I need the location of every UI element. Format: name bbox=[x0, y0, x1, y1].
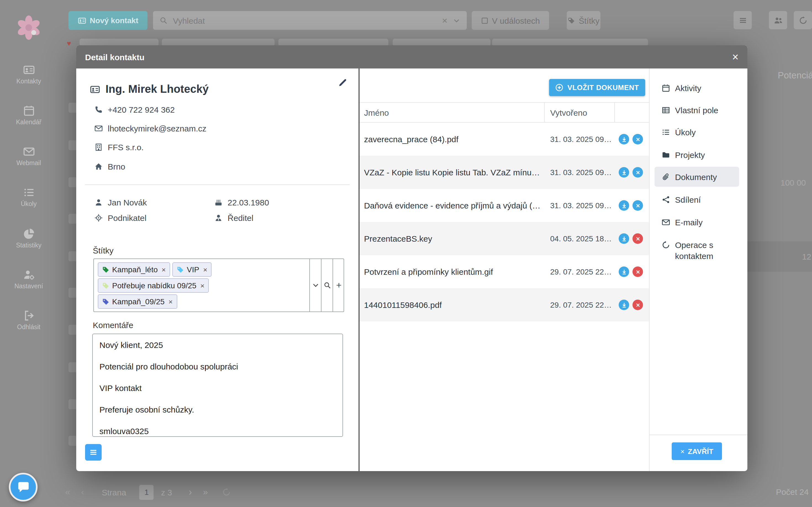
panel-menu-button[interactable] bbox=[85, 444, 102, 461]
comment-line: Nový klient, 2025 bbox=[99, 334, 336, 356]
document-row[interactable]: PrezentaceBS.key 04. 05. 2025 18:... bbox=[360, 222, 649, 255]
tab-aktivity[interactable]: Aktivity bbox=[662, 83, 745, 94]
refresh-button[interactable] bbox=[794, 11, 812, 29]
document-row[interactable]: Daňová evidence - evidence příjmů a výda… bbox=[360, 189, 649, 222]
comments-textarea[interactable]: Nový klient, 2025 Potenciál pro dlouhodo… bbox=[92, 334, 343, 437]
insert-document-button[interactable]: VLOŽIT DOKUMENT bbox=[549, 79, 645, 96]
delete-document-button[interactable] bbox=[633, 300, 643, 310]
close-icon[interactable]: × bbox=[732, 51, 739, 62]
in-events-toggle[interactable]: V událostech bbox=[472, 11, 549, 30]
new-contact-button[interactable]: Nový kontakt bbox=[68, 11, 148, 30]
document-name: Daňová evidence - evidence příjmů a výda… bbox=[364, 201, 542, 210]
add-tag-button[interactable]: + bbox=[332, 259, 345, 312]
custom-fields-icon bbox=[662, 106, 670, 114]
comments-section-label: Komentáře bbox=[93, 320, 133, 330]
document-created: 29. 07. 2025 22:... bbox=[550, 267, 612, 276]
download-document-button[interactable] bbox=[619, 267, 629, 277]
chat-bubble-button[interactable] bbox=[9, 473, 38, 502]
search-icon bbox=[160, 16, 167, 24]
sidebar-item-nastaveni[interactable]: Nastavení bbox=[0, 269, 57, 289]
download-icon bbox=[620, 136, 627, 143]
tag-chip[interactable]: Kampaň_léto × bbox=[98, 262, 170, 277]
edit-contact-icon[interactable] bbox=[338, 78, 347, 87]
tab-dokumenty[interactable]: Dokumenty bbox=[662, 172, 745, 183]
tab-sdileni[interactable]: Sdílení bbox=[662, 194, 745, 206]
delete-document-button[interactable] bbox=[633, 134, 643, 145]
remove-icon bbox=[635, 235, 641, 242]
list-view-button[interactable] bbox=[734, 11, 752, 29]
tags-section-label: Štítky bbox=[93, 246, 113, 255]
clear-search-icon[interactable]: × bbox=[442, 16, 447, 25]
remove-tag-icon[interactable]: × bbox=[168, 297, 173, 306]
delete-document-button[interactable] bbox=[633, 267, 643, 277]
download-document-button[interactable] bbox=[619, 300, 629, 310]
contact-owner-row: Jan Novák bbox=[95, 196, 147, 208]
tab-operace-s-kontaktem[interactable]: Operace s kontaktem bbox=[662, 240, 745, 262]
modal-body: Ing. Mirek Lhotecký +420 722 924 362 lho… bbox=[76, 68, 747, 471]
tasks-icon bbox=[662, 128, 670, 136]
tags-search-button[interactable] bbox=[321, 259, 332, 312]
download-document-button[interactable] bbox=[619, 233, 629, 244]
app-logo[interactable] bbox=[15, 14, 42, 41]
contact-email-row: lhoteckymirek@seznam.cz bbox=[95, 123, 206, 134]
new-contact-label: Nový kontakt bbox=[90, 16, 139, 25]
table-selected-row bbox=[743, 241, 812, 272]
contact-card-icon bbox=[90, 84, 100, 94]
sidebar-item-kalendar[interactable]: Kalendář bbox=[0, 105, 57, 125]
column-header-created[interactable]: Vytvořeno bbox=[550, 108, 587, 117]
tags-select[interactable]: Kampaň_léto × VIP × bbox=[93, 259, 344, 312]
download-document-button[interactable] bbox=[619, 200, 629, 211]
target-icon bbox=[95, 214, 103, 222]
search-input[interactable]: Vyhledat × bbox=[153, 11, 467, 30]
sidebar-item-kontakty[interactable]: Kontakty bbox=[0, 64, 57, 84]
first-page-icon[interactable]: « bbox=[65, 487, 70, 497]
contacts-group-button[interactable] bbox=[769, 11, 787, 29]
column-header-name[interactable]: Jméno bbox=[364, 108, 389, 117]
remove-icon bbox=[635, 202, 641, 209]
chevron-down-icon[interactable] bbox=[453, 17, 460, 24]
tab-vlastni-pole[interactable]: Vlastní pole bbox=[662, 105, 745, 116]
document-row[interactable]: 14401011598406.pdf 29. 07. 2025 22:... bbox=[360, 288, 649, 322]
download-document-button[interactable] bbox=[619, 134, 629, 145]
tag-chip[interactable]: Potřebuje nabídku 09/25 × bbox=[98, 278, 209, 293]
tags-dropdown-button[interactable] bbox=[309, 259, 321, 312]
prev-page-icon[interactable]: ‹ bbox=[81, 487, 84, 497]
remove-tag-icon[interactable]: × bbox=[203, 265, 207, 274]
remove-tag-icon[interactable]: × bbox=[200, 281, 204, 290]
sidebar-item-statistiky[interactable]: Statistiky bbox=[0, 228, 57, 248]
tag-chip[interactable]: VIP × bbox=[172, 262, 212, 277]
download-document-button[interactable] bbox=[619, 167, 629, 178]
document-name: VZaZ - Kopie listu Kopie listu Tab. VZaZ… bbox=[364, 168, 542, 177]
activities-icon bbox=[662, 84, 670, 92]
reload-list-icon[interactable] bbox=[222, 488, 231, 497]
last-page-icon[interactable]: » bbox=[203, 487, 208, 497]
close-modal-button[interactable]: × ZAVŘÍT bbox=[672, 442, 722, 460]
contact-phone-row: +420 722 924 362 bbox=[95, 104, 175, 115]
remove-tag-icon[interactable]: × bbox=[162, 265, 166, 274]
plus-circle-icon bbox=[555, 83, 564, 92]
tab-ukoly[interactable]: Úkoly bbox=[662, 127, 745, 138]
sidebar-item-webmail[interactable]: Webmail bbox=[0, 146, 57, 166]
tab-emaily[interactable]: E-maily bbox=[662, 217, 745, 228]
sidebar-item-ukoly[interactable]: Úkoly bbox=[0, 187, 57, 207]
contact-phone[interactable]: +420 722 924 362 bbox=[108, 105, 175, 114]
document-row[interactable]: VZaZ - Kopie listu Kopie listu Tab. VZaZ… bbox=[360, 156, 649, 189]
document-row[interactable]: Potvrzení a připomínky klientům.gif 29. … bbox=[360, 255, 649, 288]
delete-document-button[interactable] bbox=[633, 167, 643, 178]
sidebar-item-label: Kalendář bbox=[0, 119, 57, 125]
delete-document-button[interactable] bbox=[633, 233, 643, 244]
tab-projekty[interactable]: Projekty bbox=[662, 150, 745, 161]
contact-email[interactable]: lhoteckymirek@seznam.cz bbox=[108, 123, 206, 133]
flower-logo-icon bbox=[15, 14, 42, 41]
person-tie-icon bbox=[214, 214, 223, 222]
next-page-icon[interactable]: › bbox=[188, 486, 192, 498]
tag-chip[interactable]: Kampaň_09/25 × bbox=[98, 294, 177, 309]
document-name: 14401011598406.pdf bbox=[364, 300, 542, 309]
sidebar-item-odhlasit[interactable]: Odhlásit bbox=[0, 310, 57, 330]
document-row[interactable]: zaverecna_prace (84).pdf 31. 03. 2025 09… bbox=[360, 123, 649, 156]
column-divider bbox=[614, 102, 615, 123]
page-input[interactable]: 1 bbox=[140, 485, 154, 500]
delete-document-button[interactable] bbox=[633, 200, 643, 211]
tags-filter-button[interactable]: Štítky bbox=[567, 11, 600, 30]
remove-icon bbox=[635, 268, 641, 275]
